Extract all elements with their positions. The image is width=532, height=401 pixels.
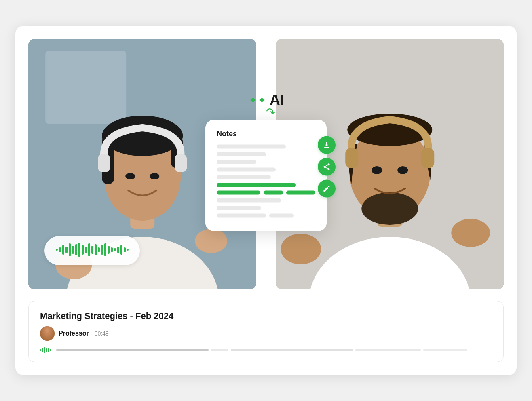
svg-rect-36	[124, 247, 126, 252]
svg-point-55	[451, 219, 490, 247]
svg-rect-24	[85, 247, 87, 253]
progress-segment	[231, 349, 353, 351]
svg-rect-50	[345, 148, 358, 168]
progress-segment	[56, 349, 209, 351]
svg-point-12	[150, 173, 159, 179]
progress-segment	[211, 349, 228, 351]
svg-rect-25	[88, 243, 90, 256]
note-line	[217, 152, 266, 156]
svg-rect-60	[48, 348, 49, 352]
svg-rect-15	[56, 249, 58, 251]
svg-point-14	[195, 229, 227, 253]
progress-row[interactable]	[40, 346, 492, 354]
avatar	[40, 326, 55, 341]
svg-rect-28	[98, 247, 100, 252]
note-line	[217, 175, 271, 179]
ai-notes-overlay: ✦✦ AI ↷ Notes	[205, 92, 327, 231]
ai-label-row: ✦✦ AI	[249, 92, 283, 109]
waveform-icon	[56, 242, 129, 260]
svg-rect-35	[120, 245, 122, 255]
note-line-highlight	[217, 183, 296, 187]
note-line	[269, 214, 294, 218]
arrow-icon: ↷	[264, 106, 276, 119]
svg-rect-59	[46, 348, 47, 352]
note-line-row	[217, 214, 315, 218]
svg-rect-30	[104, 243, 106, 256]
progress-segment	[355, 349, 421, 351]
note-line	[217, 145, 286, 149]
sparkle-icon: ✦✦	[249, 95, 266, 106]
svg-line-41	[325, 167, 328, 169]
svg-rect-26	[91, 246, 93, 254]
svg-rect-31	[108, 246, 110, 254]
svg-point-40	[328, 168, 330, 170]
svg-rect-56	[40, 349, 41, 351]
svg-point-38	[328, 163, 330, 165]
svg-rect-1	[45, 51, 126, 124]
svg-rect-33	[114, 248, 116, 251]
timestamp: 00:49	[95, 330, 109, 337]
note-line	[217, 168, 276, 172]
svg-point-39	[324, 166, 326, 168]
action-buttons	[318, 136, 336, 198]
notes-card: Notes	[205, 120, 327, 231]
svg-rect-17	[62, 245, 64, 255]
note-line	[217, 198, 281, 203]
svg-rect-16	[59, 247, 61, 252]
recording-section: Marketing Strategies - Feb 2024 Professo…	[28, 301, 504, 362]
svg-rect-9	[98, 154, 110, 172]
svg-rect-10	[175, 154, 187, 172]
main-card: ✦✦ AI ↷ Notes	[15, 26, 517, 375]
share-button[interactable]	[318, 158, 336, 176]
svg-rect-37	[127, 249, 129, 251]
svg-rect-57	[42, 348, 43, 352]
edit-button[interactable]	[318, 180, 336, 198]
note-line-row	[217, 191, 315, 195]
progress-segment	[423, 349, 467, 351]
professor-name: Professor	[59, 330, 89, 337]
svg-point-53	[397, 166, 408, 174]
svg-rect-20	[72, 246, 74, 254]
svg-point-52	[372, 166, 382, 174]
notes-title: Notes	[217, 130, 315, 138]
video-section: ✦✦ AI ↷ Notes	[28, 39, 504, 289]
waveform-pill	[44, 236, 140, 265]
svg-rect-51	[421, 148, 434, 168]
svg-line-42	[325, 165, 328, 166]
svg-rect-19	[69, 243, 71, 256]
svg-rect-32	[111, 247, 113, 252]
svg-point-54	[281, 234, 321, 264]
svg-rect-34	[117, 247, 119, 253]
download-button[interactable]	[318, 136, 336, 154]
svg-rect-22	[78, 243, 80, 257]
note-line	[217, 206, 261, 210]
note-line-highlight	[217, 191, 260, 195]
svg-rect-27	[95, 244, 97, 255]
recording-title: Marketing Strategies - Feb 2024	[40, 311, 492, 321]
svg-rect-29	[101, 245, 103, 255]
mini-waveform-icon	[40, 346, 51, 354]
svg-rect-58	[44, 347, 45, 353]
note-line	[217, 160, 256, 164]
progress-bar-container[interactable]	[56, 349, 492, 351]
svg-rect-61	[50, 349, 51, 351]
user-row: Professor 00:49	[40, 326, 492, 341]
note-line-highlight	[264, 191, 283, 195]
svg-rect-18	[65, 247, 68, 253]
svg-point-49	[361, 192, 418, 225]
svg-rect-21	[75, 244, 77, 255]
svg-point-11	[125, 173, 135, 179]
svg-rect-23	[82, 245, 84, 255]
avatar-image	[40, 326, 55, 341]
note-line	[217, 214, 266, 218]
note-line-highlight	[286, 191, 315, 195]
